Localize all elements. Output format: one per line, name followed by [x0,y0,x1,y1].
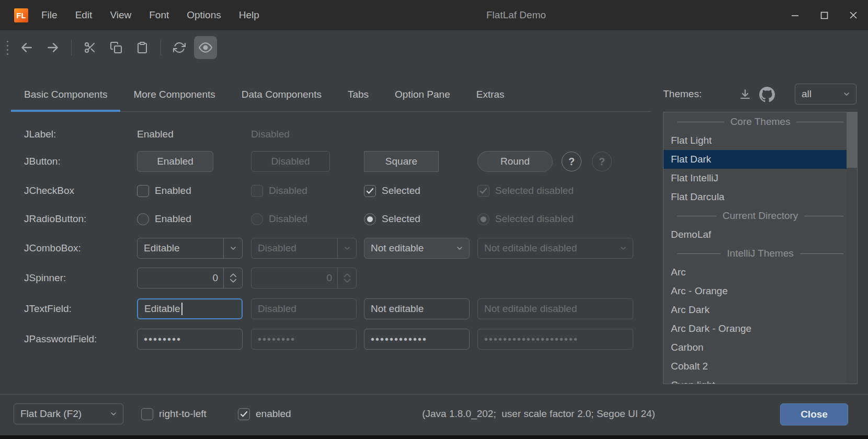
theme-item-flat-darcula[interactable]: Flat Darcula [664,188,857,206]
show-preview-toggle-button[interactable] [194,36,217,59]
tab-data-components[interactable]: Data Components [229,77,335,111]
app-window: FL File Edit View Font Options Help Flat… [0,0,868,439]
tab-more-components[interactable]: More Components [120,77,228,111]
chevron-down-icon [344,279,351,283]
themes-filter-value: all [795,88,837,100]
forward-button[interactable] [41,36,64,59]
close-window-button[interactable] [839,0,868,30]
chevron-down-icon[interactable] [223,238,242,258]
copy-icon [110,41,122,54]
menu-bar: File Edit View Font Options Help [32,0,268,30]
checkbox-label: right-to-left [159,408,207,420]
chevron-up-icon [230,273,237,278]
theme-item-cyan-light[interactable]: Cyan light [664,376,857,384]
enabled-button[interactable]: Enabled [137,151,213,172]
checkbox-disabled: Disabled [251,180,307,201]
title-bar: FL File Edit View Font Options Help Flat… [0,0,868,30]
menu-options[interactable]: Options [178,0,230,30]
laf-selector-combobox[interactable]: Flat Dark (F2) [14,403,123,424]
checkbox-selected[interactable]: Selected [364,180,420,201]
jlabel-disabled: Disabled [251,124,290,145]
chevron-down-icon [104,404,123,424]
download-themes-button[interactable] [737,87,753,102]
environment-info: (Java 1.8.0_202; user scale factor 2.0; … [382,403,695,424]
minimize-button[interactable] [780,0,809,30]
tab-option-pane[interactable]: Option Pane [382,77,463,111]
spinner-value[interactable]: 0 [138,272,223,284]
chevron-up-icon [344,273,351,278]
menu-font[interactable]: Font [140,0,178,30]
textfield-editable[interactable]: Editable [137,298,243,319]
theme-item-flat-intellij[interactable]: Flat IntelliJ [664,169,857,188]
combobox-editable[interactable]: Editable [137,238,243,259]
check-icon [366,187,374,195]
tab-tabs[interactable]: Tabs [335,77,382,111]
theme-item-arc[interactable]: Arc [664,263,857,282]
toolbar-separator [71,40,72,55]
theme-item-cobalt-2[interactable]: Cobalt 2 [664,357,857,376]
chevron-down-icon [837,84,856,104]
checkbox-box [477,185,489,197]
menu-edit[interactable]: Edit [66,0,101,30]
combobox-not-editable-disabled: Not editable disabled [477,238,633,259]
radio-circle [251,213,263,225]
radio-selected[interactable]: Selected [364,209,420,229]
toolbar-grip-handle[interactable] [7,41,8,55]
theme-item-arc-dark-orange[interactable]: Arc Dark - Orange [664,319,857,338]
checkbox-selected-disabled: Selected disabled [477,180,574,201]
combobox-value: Not editable disabled [478,242,614,254]
cut-button[interactable] [78,36,101,59]
password-value: •••••••••••• [371,333,427,345]
combobox-not-editable[interactable]: Not editable [364,238,470,259]
github-link-button[interactable] [759,87,775,102]
checkbox-enabled[interactable]: Enabled [137,180,191,201]
right-to-left-checkbox[interactable]: right-to-left [141,403,207,424]
radio-circle [477,213,489,225]
menu-view[interactable]: View [101,0,140,30]
spinner-enabled[interactable]: 0 [137,268,243,288]
theme-item-arc-orange[interactable]: Arc - Orange [664,282,857,301]
refresh-icon [173,41,186,54]
github-icon [759,87,775,102]
spinner-disabled: 0 [251,268,357,288]
maximize-button[interactable] [809,0,839,30]
scrollbar-thumb[interactable] [847,112,857,168]
tab-extras[interactable]: Extras [463,77,518,111]
square-button[interactable]: Square [364,151,439,172]
paste-button[interactable] [131,36,154,59]
spinner-stepper [337,268,356,288]
checkbox-box [251,185,263,197]
round-button[interactable]: Round [477,151,553,172]
radio-label: Selected disabled [495,213,574,225]
spinner-stepper[interactable] [223,268,242,288]
passwordfield-editable[interactable]: •••••••• [137,329,243,350]
themes-filter-combobox[interactable]: all [795,84,856,105]
passwordfield-not-editable[interactable]: •••••••••••• [364,329,470,350]
textfield-not-editable[interactable]: Not editable [364,298,470,319]
theme-item-flat-light[interactable]: Flat Light [664,131,857,150]
back-button[interactable] [15,36,38,59]
close-button[interactable]: Close [780,403,848,425]
back-arrow-icon [20,41,33,54]
laf-selector-value: Flat Dark (F2) [14,408,104,420]
checkbox-label: Selected disabled [495,185,574,197]
menu-help[interactable]: Help [230,0,268,30]
window-shadow [0,435,868,439]
radio-enabled[interactable]: Enabled [137,209,191,229]
password-value: •••••••• [144,333,181,345]
themes-list: Core Themes Flat Light Flat Dark Flat In… [663,112,858,384]
theme-item-arc-dark[interactable]: Arc Dark [664,301,857,319]
theme-item-carbon[interactable]: Carbon [664,338,857,357]
refresh-button[interactable] [168,36,191,59]
theme-item-flat-dark[interactable]: Flat Dark [664,150,857,169]
tab-basic-components[interactable]: Basic Components [11,77,120,111]
theme-item-demolaf[interactable]: DemoLaf [664,225,857,244]
radio-label: Enabled [155,213,191,225]
themes-scrollbar[interactable] [847,112,857,384]
copy-button[interactable] [105,36,128,59]
window-title: FlatLaf Demo [486,0,546,30]
help-button[interactable]: ? [562,152,581,171]
enabled-checkbox[interactable]: enabled [238,403,291,424]
radio-selected-disabled: Selected disabled [477,209,574,229]
menu-file[interactable]: File [32,0,66,30]
